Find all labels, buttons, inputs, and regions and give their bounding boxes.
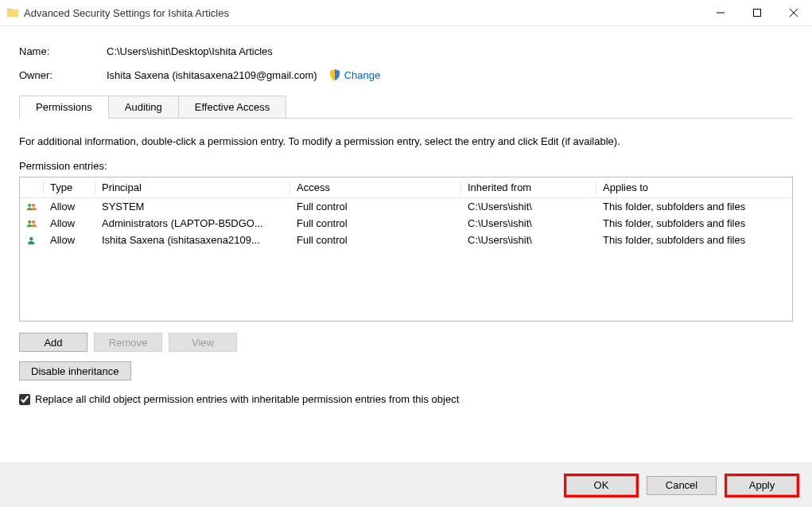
remove-button: Remove xyxy=(94,333,162,352)
row-inherited: C:\Users\ishit\ xyxy=(461,216,596,231)
info-text: For additional information, double-click… xyxy=(19,135,793,147)
row-access: Full control xyxy=(290,232,461,248)
view-button: View xyxy=(169,333,237,352)
table-row[interactable]: AllowAdministrators (LAPTOP-B5DGO...Full… xyxy=(20,215,792,232)
replace-children-checkbox-row[interactable]: Replace all child object permission entr… xyxy=(19,393,793,405)
table-row[interactable]: AllowIshita Saxena (ishitasaxena2109...F… xyxy=(20,232,792,248)
row-icon xyxy=(20,200,44,214)
minimize-button[interactable] xyxy=(702,0,739,25)
shield-icon xyxy=(328,68,341,81)
replace-children-label: Replace all child object permission entr… xyxy=(35,393,459,405)
owner-value: Ishita Saxena (ishitasaxena2109@gmail.co… xyxy=(107,69,317,81)
row-type: Allow xyxy=(44,199,95,214)
col-inherited[interactable]: Inherited from xyxy=(461,177,596,197)
table-header: Type Principal Access Inherited from App… xyxy=(20,177,792,198)
row-icon xyxy=(20,216,44,231)
maximize-button[interactable] xyxy=(739,0,775,25)
dialog-footer: OK Cancel Apply xyxy=(0,463,812,507)
close-button[interactable] xyxy=(775,0,812,25)
window-title: Advanced Security Settings for Ishita Ar… xyxy=(24,7,702,19)
entry-buttons: Add Remove View xyxy=(19,333,793,352)
svg-point-1 xyxy=(28,203,31,206)
row-type: Allow xyxy=(44,232,95,248)
row-applies: This folder, subfolders and files xyxy=(596,232,792,248)
replace-children-checkbox[interactable] xyxy=(19,394,30,405)
row-principal: Administrators (LAPTOP-B5DGO... xyxy=(95,216,290,231)
titlebar: Advanced Security Settings for Ishita Ar… xyxy=(0,0,812,25)
apply-button[interactable]: Apply xyxy=(727,476,797,495)
svg-point-2 xyxy=(32,203,35,206)
name-value: C:\Users\ishit\Desktop\Ishita Articles xyxy=(107,45,273,57)
row-applies: This folder, subfolders and files xyxy=(596,199,792,214)
disable-inheritance-button[interactable]: Disable inheritance xyxy=(19,361,131,380)
row-access: Full control xyxy=(290,216,461,231)
apply-highlight: Apply xyxy=(725,474,799,497)
cancel-button[interactable]: Cancel xyxy=(647,476,717,495)
ok-highlight: OK xyxy=(564,474,639,497)
tab-auditing[interactable]: Auditing xyxy=(108,96,179,119)
add-button[interactable]: Add xyxy=(19,333,87,352)
folder-icon xyxy=(6,6,19,19)
ok-button[interactable]: OK xyxy=(566,476,636,495)
row-access: Full control xyxy=(290,199,461,214)
svg-point-3 xyxy=(28,220,31,223)
row-principal: Ishita Saxena (ishitasaxena2109... xyxy=(95,232,290,248)
row-inherited: C:\Users\ishit\ xyxy=(461,199,596,214)
row-principal: SYSTEM xyxy=(95,199,290,214)
col-icon[interactable] xyxy=(20,177,44,197)
tab-effective-access[interactable]: Effective Access xyxy=(178,96,286,119)
tab-permissions[interactable]: Permissions xyxy=(19,96,109,119)
name-row: Name: C:\Users\ishit\Desktop\Ishita Arti… xyxy=(19,45,793,57)
change-owner-link[interactable]: Change xyxy=(344,69,381,81)
name-label: Name: xyxy=(19,45,107,57)
content-area: Name: C:\Users\ishit\Desktop\Ishita Arti… xyxy=(0,25,812,463)
owner-row: Owner: Ishita Saxena (ishitasaxena2109@g… xyxy=(19,68,793,81)
tab-content: For additional information, double-click… xyxy=(19,118,793,405)
col-applies[interactable]: Applies to xyxy=(596,177,792,197)
owner-label: Owner: xyxy=(19,69,107,81)
col-principal[interactable]: Principal xyxy=(95,177,290,197)
permission-table: Type Principal Access Inherited from App… xyxy=(19,177,793,322)
svg-point-5 xyxy=(29,236,33,240)
table-row[interactable]: AllowSYSTEMFull controlC:\Users\ishit\Th… xyxy=(20,198,792,215)
row-icon xyxy=(20,233,44,248)
svg-rect-0 xyxy=(754,10,761,17)
row-inherited: C:\Users\ishit\ xyxy=(461,232,596,248)
permission-entries-label: Permission entries: xyxy=(19,160,793,172)
col-access[interactable]: Access xyxy=(290,177,461,197)
table-body: AllowSYSTEMFull controlC:\Users\ishit\Th… xyxy=(20,198,792,321)
tabs: Permissions Auditing Effective Access xyxy=(19,96,793,119)
row-applies: This folder, subfolders and files xyxy=(596,216,792,231)
svg-point-4 xyxy=(32,220,35,223)
row-type: Allow xyxy=(44,216,95,231)
col-type[interactable]: Type xyxy=(44,177,95,197)
